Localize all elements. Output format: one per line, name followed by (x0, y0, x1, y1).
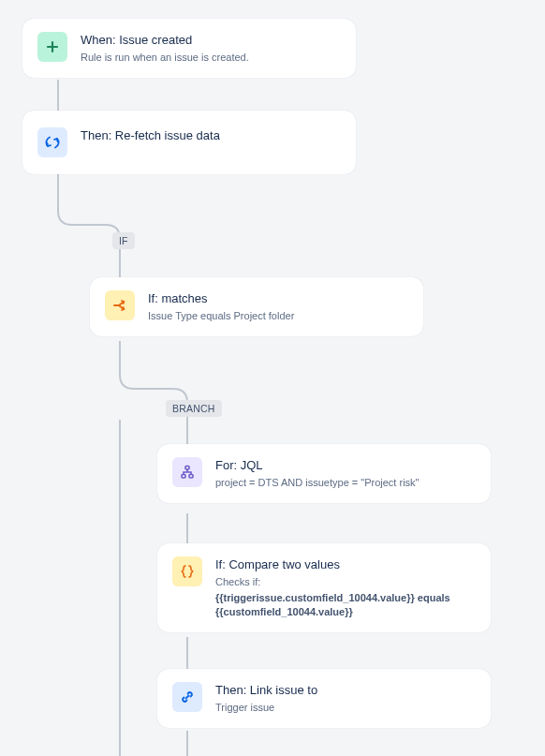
svg-rect-8 (182, 475, 185, 479)
card-subtitle-1: Checks if: (215, 575, 476, 589)
card-title: For: JQL (215, 457, 420, 474)
card-subtitle: Trigger issue (215, 701, 317, 715)
card-title: If: Compare two values (215, 556, 476, 573)
svg-rect-7 (185, 467, 189, 470)
rule-card-trigger[interactable]: When: Issue created Rule is run when an … (22, 19, 356, 78)
branch-arrows-icon (105, 290, 135, 320)
card-title: When: Issue created (81, 32, 249, 49)
if-label: IF (112, 232, 135, 249)
card-subtitle-2: {{triggerissue.customfield_10044.value}}… (215, 591, 476, 619)
card-title: Then: Link issue to (215, 682, 317, 699)
card-subtitle: Issue Type equals Project folder (148, 309, 294, 323)
rule-card-refetch[interactable]: Then: Re-fetch issue data (22, 111, 356, 174)
plus-icon (37, 32, 67, 62)
rule-card-if-matches[interactable]: If: matches Issue Type equals Project fo… (90, 277, 423, 336)
card-title: Then: Re-fetch issue data (81, 127, 220, 144)
refresh-icon (37, 127, 67, 157)
tree-icon (172, 457, 202, 487)
if-label-text: IF (119, 235, 128, 246)
rule-card-link[interactable]: Then: Link issue to Trigger issue (157, 669, 491, 728)
braces-icon (172, 556, 202, 586)
card-subtitle: project = DTS AND issuetype = "Project r… (215, 476, 420, 490)
card-title: If: matches (148, 290, 294, 307)
link-icon (172, 682, 202, 712)
rule-card-for-jql[interactable]: For: JQL project = DTS AND issuetype = "… (157, 444, 491, 503)
rule-card-compare[interactable]: If: Compare two values Checks if: {{trig… (157, 543, 491, 632)
card-subtitle: Rule is run when an issue is created. (81, 51, 249, 65)
branch-label-text: BRANCH (172, 403, 215, 414)
svg-rect-9 (189, 475, 193, 479)
branch-label: BRANCH (166, 400, 222, 417)
